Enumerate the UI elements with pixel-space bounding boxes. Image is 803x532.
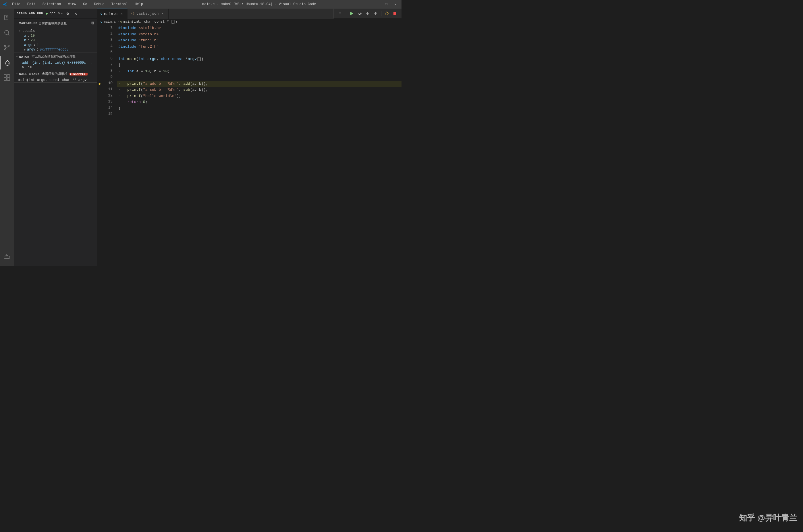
dtb-step-into-btn[interactable] <box>364 10 371 17</box>
line-num-6: 6 <box>103 56 117 62</box>
variables-copy-btn[interactable]: ⧉ <box>91 20 95 26</box>
debug-config[interactable]: ▶ gcc b ▾ <box>46 11 62 16</box>
debug-arrow-5 <box>97 50 103 56</box>
line-content-15[interactable] <box>117 111 401 118</box>
close-btn[interactable]: ✕ <box>392 2 399 6</box>
line-num-14: 14 <box>103 106 117 112</box>
var-b-value: 20 <box>31 38 35 42</box>
dtb-restart-btn[interactable] <box>383 10 391 17</box>
debug-run-icon[interactable]: ▶ <box>46 11 48 16</box>
line-content-13[interactable]: · return 0; <box>117 99 401 106</box>
menu-view[interactable]: View <box>67 2 77 7</box>
line-content-4[interactable]: #include "func2.h" <box>117 44 401 50</box>
dtb-stop-btn[interactable] <box>391 10 399 17</box>
debug-close-btn[interactable]: ✕ <box>73 10 79 17</box>
debug-gear-btn[interactable]: ⚙ <box>64 10 71 17</box>
menu-edit[interactable]: Edit <box>26 2 37 7</box>
menu-terminal[interactable]: Terminal <box>110 2 129 7</box>
debug-config-dropdown-icon[interactable]: ▾ <box>61 12 63 16</box>
variables-title-group: ▾ VARIABLES 当前作用域内的变量 <box>16 21 67 25</box>
activity-item-explorer[interactable] <box>0 11 14 25</box>
code-line-1: 1#include <stdlib.h> <box>97 25 401 31</box>
code-line-14: 14} <box>97 106 401 112</box>
tab-tasks-close[interactable]: ✕ <box>160 12 165 16</box>
line-content-14[interactable]: } <box>117 106 401 112</box>
callstack-label: CALL STACK <box>19 72 40 76</box>
dtb-step-out-btn[interactable] <box>372 10 379 17</box>
debug-config-name[interactable]: gcc b <box>50 12 60 16</box>
dtb-step-over-btn[interactable] <box>356 10 363 17</box>
var-b-colon: : <box>27 38 29 42</box>
line-content-5[interactable] <box>117 50 401 56</box>
menu-debug[interactable]: Debug <box>93 2 106 7</box>
activity-item-debug[interactable] <box>0 56 14 70</box>
maximize-btn[interactable]: □ <box>383 2 390 6</box>
line-content-12[interactable]: · printf("hello world\n"); <box>117 93 401 99</box>
line-content-3[interactable]: #include "func1.h" <box>117 37 401 44</box>
watch-items: add: {int (int, int)} 0x800069c... a: 10 <box>14 61 97 70</box>
title-bar-menu[interactable]: File Edit Selection View Go Debug Termin… <box>11 2 144 7</box>
dtb-sep2 <box>381 11 381 16</box>
app-container: DEBUG AND RUN ▶ gcc b ▾ ⚙ ✕ ▾ VARIABLES … <box>0 8 401 266</box>
code-line-2: 2#include <stdio.h> <box>97 31 401 38</box>
breadcrumb-file-icon: C <box>100 20 102 23</box>
code-editor[interactable]: 1#include <stdlib.h>2#include <stdio.h>3… <box>97 25 401 266</box>
var-group-locals[interactable]: ▾ Locals <box>14 28 97 34</box>
line-content-2[interactable]: #include <stdio.h> <box>117 31 401 38</box>
menu-go[interactable]: Go <box>82 2 88 7</box>
debug-arrow-2 <box>97 31 103 38</box>
var-item-b[interactable]: b : 20 <box>14 38 97 43</box>
tab-main-c-close[interactable]: ✕ <box>119 12 124 16</box>
line-content-6[interactable]: int main(int argc, char const *argv[]) <box>117 56 401 62</box>
var-argv-colon: : <box>36 48 38 52</box>
tab-main-c[interactable]: C main.c ✕ <box>97 8 128 19</box>
var-item-a[interactable]: a : 10 <box>14 34 97 38</box>
line-content-1[interactable]: #include <stdlib.h> <box>117 25 401 31</box>
watch-label: WATCH <box>19 55 30 59</box>
line-num-1: 1 <box>103 25 117 31</box>
variables-header-right: ⧉ <box>91 20 95 26</box>
watch-item-a[interactable]: a: 10 <box>14 65 97 70</box>
activity-item-source-control[interactable] <box>0 41 14 55</box>
svg-rect-14 <box>393 12 396 15</box>
watch-header[interactable]: ▾ WATCH 可以添加自己观察的函数或变量 <box>14 53 97 61</box>
debug-arrow-6 <box>97 56 103 62</box>
menu-selection[interactable]: Selection <box>41 2 62 7</box>
breadcrumb-file[interactable]: C main.c <box>100 20 116 24</box>
debug-label: DEBUG AND RUN <box>17 12 43 15</box>
window-controls[interactable]: ─ □ ✕ <box>374 2 399 6</box>
breadcrumb: C main.c › ⊙ main(int, char const * []) <box>97 19 401 25</box>
debug-arrow-4 <box>97 44 103 50</box>
callstack-item-main[interactable]: main(int argc, const char ** argv <box>14 78 97 82</box>
var-item-argc[interactable]: argc : 1 <box>14 43 97 48</box>
code-line-12: 12· printf("hello world\n"); <box>97 93 401 99</box>
line-content-11[interactable]: · printf("a sub b = %d\n", sub(a, b)); <box>117 87 401 93</box>
svg-point-2 <box>5 45 6 47</box>
svg-marker-10 <box>350 12 353 15</box>
callstack-header[interactable]: ▾ CALL STACK 查看函数的调用栈 BREAKPOINT <box>14 70 97 78</box>
menu-file[interactable]: File <box>11 2 21 7</box>
tab-tasks-json[interactable]: {} tasks.json ✕ <box>128 8 169 19</box>
line-content-8[interactable]: · int a = 10, b = 20; <box>117 68 401 75</box>
line-num-7: 7 <box>103 62 117 68</box>
debug-top-bar: DEBUG AND RUN ▶ gcc b ▾ ⚙ ✕ <box>14 8 97 19</box>
var-a-value: 10 <box>31 34 35 38</box>
breadcrumb-file-label: main.c <box>104 20 116 24</box>
watch-item-add[interactable]: add: {int (int, int)} 0x800069c... <box>14 61 97 65</box>
var-item-argv[interactable]: ▶ argv : 0x7ffffffedcb8 <box>14 48 97 52</box>
variables-header[interactable]: ▾ VARIABLES 当前作用域内的变量 ⧉ <box>14 19 97 28</box>
dtb-continue-btn[interactable] <box>348 10 355 17</box>
minimize-btn[interactable]: ─ <box>374 2 380 6</box>
line-content-10[interactable]: · printf("a add b = %d\n", add(a, b)); <box>117 81 401 87</box>
watch-section: ▾ WATCH 可以添加自己观察的函数或变量 add: {int (int, i… <box>14 53 97 70</box>
line-content-7[interactable]: { <box>117 62 401 68</box>
code-line-13: 13· return 0; <box>97 99 401 106</box>
activity-item-docker[interactable] <box>0 250 14 264</box>
breadcrumb-symbol[interactable]: ⊙ main(int, char const * []) <box>120 20 177 24</box>
activity-item-extensions[interactable] <box>0 71 14 84</box>
dtb-drag-btn[interactable]: ⠿ <box>337 10 344 17</box>
svg-rect-8 <box>7 78 10 80</box>
activity-item-search[interactable] <box>0 26 14 40</box>
line-content-9[interactable] <box>117 74 401 81</box>
menu-help[interactable]: Help <box>133 2 144 7</box>
